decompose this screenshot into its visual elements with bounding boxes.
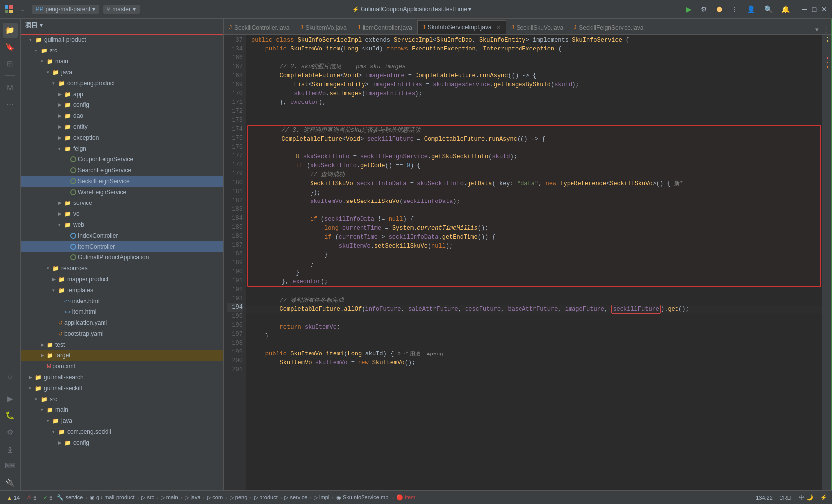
tree-item-app[interactable]: ▶ 📁 app (21, 89, 223, 100)
bc-peng[interactable]: ▷ peng (230, 494, 248, 501)
vcs-button[interactable]: ⬢ (714, 4, 725, 14)
gutter-mark-warning (827, 40, 828, 42)
tree-item-entity[interactable]: ▶ 📁 entity (21, 121, 223, 132)
tree-item-gulimall-seckill[interactable]: ▾ 📁 gulimall-seckill (21, 383, 223, 394)
tree-item-main[interactable]: ▾ 📁 main (21, 56, 223, 67)
tree-item-gulimall-search[interactable]: ▶ 📁 gulimall-search (21, 372, 223, 383)
bc-product[interactable]: ▷ product (254, 494, 278, 501)
tree-item-label: application.yaml (64, 319, 107, 326)
tree-item-templates[interactable]: ▾ 📁 templates (21, 285, 223, 296)
tree-item-index-controller[interactable]: IndexController (21, 230, 223, 241)
code-content[interactable]: public class SkuInfoServiceImpl extends … (246, 35, 822, 490)
tree-item-pom[interactable]: M pom.xml (21, 361, 223, 372)
terminal-icon[interactable]: ⌨ (3, 458, 18, 473)
tree-item-main2[interactable]: ▾ 📁 main (21, 404, 223, 415)
status-warnings[interactable]: ▲ 14 (5, 495, 22, 501)
tree-item-service[interactable]: ▶ 📁 service (21, 198, 223, 208)
titlebar-actions: ▶ ⚙ ⬢ ⋮ 👤 🔍 🔔 (684, 4, 792, 14)
bc-class[interactable]: ◉ SkuInfoServiceImpl (336, 494, 390, 501)
tree-item-exception[interactable]: ▶ 📁 exception (21, 132, 223, 143)
run-button[interactable]: ▶ (684, 4, 694, 14)
tab-sku-info-service-impl[interactable]: J SkuInfoServiceImpl.java ✕ (417, 20, 506, 34)
project-icon[interactable]: 📁 (3, 23, 18, 38)
minimize-button[interactable]: ─ (800, 5, 808, 13)
bc-main[interactable]: ▷ main (161, 494, 178, 501)
tree-item-item-controller[interactable]: ItemController (21, 241, 223, 252)
bookmark-icon[interactable]: 🔖 (3, 40, 18, 54)
status-extra[interactable]: ✓ 6 (41, 494, 54, 501)
plugins-icon[interactable]: 🔌 (3, 475, 18, 490)
notifications-button[interactable]: 🔔 (779, 4, 792, 14)
bc-item[interactable]: 🔴 item (396, 494, 415, 501)
tree-item-vo[interactable]: ▶ 📁 vo (21, 208, 223, 219)
close-button[interactable]: ✕ (820, 5, 828, 13)
bc-java[interactable]: ▷ java (185, 494, 200, 501)
debug-icon[interactable]: 🐛 (3, 408, 18, 423)
tree-item-gulimall-product-app[interactable]: GulimallProductApplication (21, 252, 223, 263)
maven-icon[interactable]: M (3, 80, 18, 95)
tab-seckill-feign-service[interactable]: J SeckillFeignService.java (569, 20, 649, 34)
folder-icon: 📁 (58, 276, 65, 283)
status-icon-2[interactable]: 🌙 (806, 494, 813, 501)
tree-item-gulimall-product[interactable]: ▾ 📁 gulimall-product (21, 34, 223, 45)
tree-arrow: ▶ (58, 135, 64, 140)
database-icon[interactable]: 🗄 (3, 442, 18, 456)
tree-item-com-peng-product[interactable]: ▾ 📁 com.peng.product (21, 78, 223, 89)
structure-icon[interactable]: ⊞ (3, 56, 18, 71)
tree-item-mapper-product[interactable]: ▶ 📁 mapper.product (21, 274, 223, 285)
tree-item-src2[interactable]: ▾ 📁 src (21, 394, 223, 404)
tree-item-target[interactable]: ▶ 📁 target (21, 350, 223, 361)
menu-button[interactable]: ≡ (18, 4, 28, 14)
status-position[interactable]: 134:22 (754, 495, 775, 501)
tree-item-search-feign[interactable]: SearchFeignService (21, 165, 223, 176)
run-side-icon[interactable]: ▶ (3, 391, 18, 406)
tree-item-config[interactable]: ▶ 📁 config (21, 100, 223, 110)
bc-com[interactable]: ▷ com (207, 494, 223, 501)
tree-item-com-peng-seckill[interactable]: ▾ 📁 com.peng.seckill (21, 426, 223, 437)
tree-item-java[interactable]: ▾ 📁 java (21, 67, 223, 78)
user-button[interactable]: 👤 (744, 4, 758, 14)
status-encoding[interactable]: CRLF (778, 495, 796, 501)
tab-close-button[interactable]: ✕ (496, 24, 501, 31)
maximize-button[interactable]: □ (810, 5, 818, 13)
tree-item-java2[interactable]: ▾ 📁 java (21, 415, 223, 426)
more-side-icon[interactable]: ⋯ (3, 97, 18, 111)
tree-item-resources[interactable]: ▾ 📁 resources (21, 263, 223, 274)
bc-impl[interactable]: ▷ impl (314, 494, 329, 501)
tree-item-feign[interactable]: ▾ 📁 feign (21, 143, 223, 154)
more-menu-button[interactable]: ⋮ (728, 4, 740, 14)
services-icon[interactable]: ⚙ (3, 425, 18, 440)
bc-service2[interactable]: ▷ service (284, 494, 307, 501)
project-selector[interactable]: PP peng-mall-parent ▾ (32, 5, 100, 14)
tree-item-web[interactable]: ▾ 📁 web (21, 219, 223, 230)
tree-item-src[interactable]: ▾ 📁 src (21, 45, 223, 56)
tree-item-seckill-feign[interactable]: SeckillFeignService (21, 176, 223, 187)
search-button[interactable]: 🔍 (762, 4, 775, 14)
bc-service[interactable]: 🔧 service (57, 494, 83, 501)
tab-seckill-controller[interactable]: J SeckillController.java (224, 20, 295, 34)
build-button[interactable]: ⚙ (698, 4, 710, 14)
status-icon-4[interactable]: ⚡ (820, 494, 827, 501)
tree-item-item-html[interactable]: <> item.html (21, 306, 223, 317)
tab-item-controller[interactable]: J ItemController.java (352, 20, 417, 34)
tree-item-test[interactable]: ▶ 📁 test (21, 339, 223, 350)
branch-selector[interactable]: ⑂ master ▾ (103, 5, 140, 14)
tree-item-index-html[interactable]: <> index.html (21, 296, 223, 306)
git-icon[interactable]: ⑂ (3, 370, 18, 385)
tree-item-dao[interactable]: ▶ 📁 dao (21, 110, 223, 121)
bc-src[interactable]: ▷ src (141, 494, 154, 501)
tree-item-bootstrap-yaml[interactable]: ↺ bootstrap.yaml (21, 328, 223, 339)
status-errors[interactable]: ⚠ 6 (25, 494, 38, 501)
tab-list-button[interactable]: ▾ (814, 25, 820, 34)
project-chevron[interactable]: ▾ (40, 22, 43, 29)
tab-settings-button[interactable]: ⋮ (822, 25, 830, 34)
tree-item-ware-feign[interactable]: WareFeignService (21, 187, 223, 198)
status-icon-3[interactable]: ≡ (815, 495, 818, 501)
status-icon-1[interactable]: 中 (799, 494, 804, 501)
tab-sku-item-vo[interactable]: J SkuItemVo.java (295, 20, 352, 34)
tree-item-coupon-feign[interactable]: CouponFeignService (21, 154, 223, 165)
tree-item-config2[interactable]: ▶ 📁 config (21, 437, 223, 448)
tab-seckill-sku-vo[interactable]: J SeckillSkuVo.java (506, 20, 569, 34)
tree-item-application-yaml[interactable]: ↺ application.yaml (21, 317, 223, 328)
bc-gulimall-product[interactable]: ◉ gulimall-product (90, 494, 135, 501)
